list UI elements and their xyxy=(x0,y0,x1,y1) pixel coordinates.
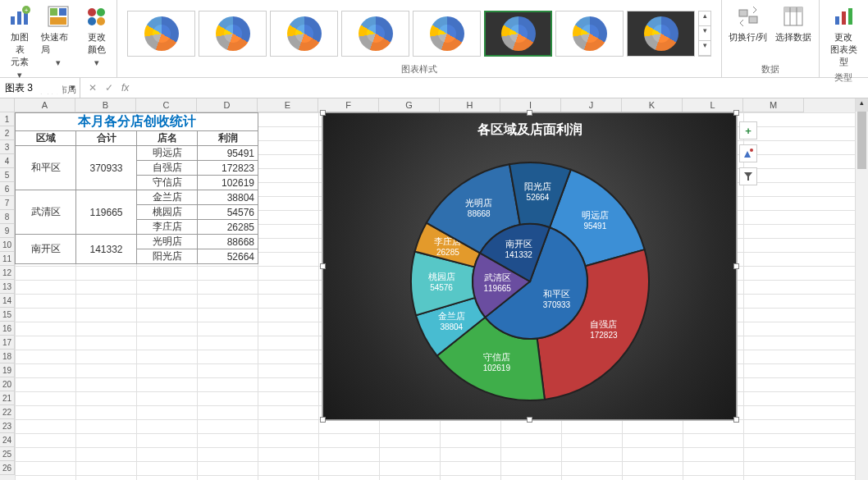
cell-total[interactable]: 119665 xyxy=(76,190,137,235)
style-thumb[interactable] xyxy=(127,11,195,57)
row-header[interactable]: 2 xyxy=(0,126,15,140)
row-header[interactable]: 1 xyxy=(0,112,15,126)
chart-object[interactable]: 各区域及店面利润 明远店95491自强店172823守信店102619金兰店38… xyxy=(322,112,737,420)
switch-row-col-button[interactable]: 切换行/列 xyxy=(727,2,769,45)
row-header[interactable]: 15 xyxy=(0,308,15,322)
row-header[interactable]: 6 xyxy=(0,182,15,196)
fx-label[interactable]: fx xyxy=(121,82,129,94)
col-header[interactable]: B xyxy=(75,98,136,112)
cell-grid[interactable]: ABCDEFGHIJKLM 本月各分店创收统计 区域 合计 店名 利润 和平区3… xyxy=(15,98,868,480)
cell-store[interactable]: 桃园店 xyxy=(137,205,198,220)
svg-text:141332: 141332 xyxy=(505,251,532,260)
cell-profit[interactable]: 54576 xyxy=(198,205,258,220)
cell-profit[interactable]: 172823 xyxy=(198,161,258,176)
th-region: 区域 xyxy=(16,131,76,146)
name-box-input[interactable] xyxy=(5,82,62,94)
col-header[interactable]: D xyxy=(197,98,258,112)
row-header[interactable]: 11 xyxy=(0,252,15,266)
row-header[interactable]: 22 xyxy=(0,405,15,419)
cell-store[interactable]: 李庄店 xyxy=(137,220,198,235)
row-header[interactable]: 8 xyxy=(0,210,15,224)
col-header[interactable]: K xyxy=(622,98,683,112)
cell-profit[interactable]: 38804 xyxy=(198,190,258,205)
row-header[interactable]: 24 xyxy=(0,433,15,447)
col-header[interactable]: G xyxy=(379,98,440,112)
worksheet[interactable]: 1234567891011121314151617181920212223242… xyxy=(0,98,868,480)
cell-total[interactable]: 141332 xyxy=(76,235,137,264)
col-header[interactable]: J xyxy=(561,98,622,112)
cancel-formula[interactable]: ✕ xyxy=(89,82,97,94)
row-header[interactable]: 3 xyxy=(0,140,15,154)
row-header[interactable]: 13 xyxy=(0,280,15,294)
col-header[interactable]: A xyxy=(15,98,75,112)
chevron-down-icon[interactable]: ▼ xyxy=(69,84,76,92)
col-header[interactable]: C xyxy=(136,98,197,112)
row-header[interactable]: 19 xyxy=(0,363,15,377)
chart-elements-button[interactable]: + xyxy=(739,121,757,139)
row-header[interactable] xyxy=(0,98,15,112)
change-chart-type-button[interactable]: 更改 图表类型 xyxy=(825,2,863,70)
confirm-formula[interactable]: ✓ xyxy=(105,82,113,94)
row-header[interactable]: 21 xyxy=(0,391,15,405)
col-header[interactable]: E xyxy=(258,98,318,112)
row-header[interactable]: 25 xyxy=(0,447,15,461)
sunburst-chart[interactable]: 明远店95491自强店172823守信店102619金兰店38804桃园店545… xyxy=(399,150,661,413)
style-thumb[interactable] xyxy=(199,11,267,57)
cell-store[interactable]: 自强店 xyxy=(137,161,198,176)
row-header[interactable]: 14 xyxy=(0,294,15,308)
row-header[interactable]: 10 xyxy=(0,238,15,252)
cell-region[interactable]: 和平区 xyxy=(16,146,76,190)
svg-text:54576: 54576 xyxy=(430,283,453,292)
row-header[interactable]: 18 xyxy=(0,350,15,363)
row-header[interactable]: 12 xyxy=(0,266,15,280)
add-chart-element-button[interactable]: + 加图表 元素▾ xyxy=(5,2,34,82)
svg-text:88668: 88668 xyxy=(467,209,490,218)
name-box[interactable]: ▼ xyxy=(0,78,80,98)
select-data-icon xyxy=(780,3,806,30)
gallery-expand[interactable]: ▴▾▾ xyxy=(698,11,711,57)
cell-region[interactable]: 南开区 xyxy=(16,235,76,264)
svg-text:172823: 172823 xyxy=(590,331,618,340)
colors-icon xyxy=(84,3,110,30)
row-header[interactable]: 16 xyxy=(0,322,15,336)
row-header[interactable]: 23 xyxy=(0,419,15,433)
cell-store[interactable]: 守信店 xyxy=(137,176,198,190)
cell-profit[interactable]: 95491 xyxy=(198,146,258,161)
cell-store[interactable]: 金兰店 xyxy=(137,190,198,205)
cell-store[interactable]: 明远店 xyxy=(137,146,198,161)
style-thumb[interactable] xyxy=(484,11,552,57)
cell-profit[interactable]: 26285 xyxy=(198,220,258,235)
quick-layout-button[interactable]: 快速布局▾ xyxy=(39,2,77,70)
chart-filter-button[interactable] xyxy=(739,167,757,185)
style-thumb[interactable] xyxy=(555,11,624,57)
svg-rect-21 xyxy=(848,8,852,25)
style-thumb[interactable] xyxy=(341,11,409,57)
row-header[interactable]: 5 xyxy=(0,168,15,182)
table-row: 和平区370933明远店95491 xyxy=(16,146,258,161)
vertical-scrollbar[interactable]: ▴ xyxy=(855,98,868,480)
cell-profit[interactable]: 102619 xyxy=(198,176,258,190)
row-header[interactable]: 20 xyxy=(0,377,15,391)
svg-point-11 xyxy=(88,17,96,25)
row-header[interactable]: 17 xyxy=(0,336,15,350)
col-header[interactable]: F xyxy=(318,98,379,112)
cell-total[interactable]: 370933 xyxy=(76,146,137,190)
style-thumb[interactable] xyxy=(270,11,338,57)
cell-store[interactable]: 光明店 xyxy=(137,235,198,249)
cell-region[interactable]: 武清区 xyxy=(16,190,76,235)
row-header[interactable]: 4 xyxy=(0,154,15,168)
style-thumb[interactable] xyxy=(627,11,695,57)
cell-store[interactable]: 阳光店 xyxy=(137,249,198,264)
col-header[interactable]: H xyxy=(440,98,500,112)
change-colors-button[interactable]: 更改 颜色▾ xyxy=(82,2,112,70)
chart-styles-button[interactable] xyxy=(739,144,757,162)
col-header[interactable]: M xyxy=(743,98,804,112)
cell-profit[interactable]: 88668 xyxy=(198,235,258,249)
cell-profit[interactable]: 52664 xyxy=(198,249,258,264)
row-header[interactable]: 9 xyxy=(0,224,15,238)
style-thumb[interactable] xyxy=(413,11,481,57)
row-header[interactable]: 7 xyxy=(0,196,15,210)
chart-title[interactable]: 各区域及店面利润 xyxy=(323,113,736,142)
select-data-button[interactable]: 选择数据 xyxy=(774,2,813,45)
row-header[interactable]: 26 xyxy=(0,461,15,475)
